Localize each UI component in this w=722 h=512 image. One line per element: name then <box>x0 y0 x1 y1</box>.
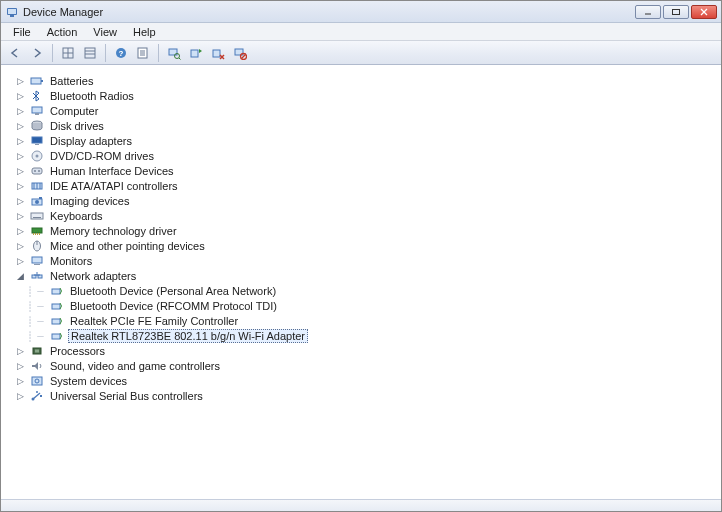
tree-node[interactable]: ▷Mice and other pointing devices <box>9 238 717 253</box>
toolbar-update-driver-button[interactable] <box>186 43 206 63</box>
tree-node-label: Monitors <box>48 255 94 267</box>
tree-node[interactable]: ▷Keyboards <box>9 208 717 223</box>
svg-rect-29 <box>31 78 41 84</box>
svg-rect-58 <box>32 257 42 263</box>
tree-node[interactable]: ▷Batteries <box>9 73 717 88</box>
toolbar-grid-b-button[interactable] <box>80 43 100 63</box>
expand-icon[interactable]: ▷ <box>15 135 26 146</box>
net-device-icon <box>49 314 65 328</box>
svg-text:?: ? <box>119 49 124 58</box>
tree-node-label: Bluetooth Radios <box>48 90 136 102</box>
expand-icon[interactable]: ▷ <box>15 120 26 131</box>
expand-icon[interactable]: ▷ <box>15 90 26 101</box>
expand-icon[interactable]: ▷ <box>15 165 26 176</box>
expand-icon[interactable]: ▷ <box>15 345 26 356</box>
properties-icon <box>136 46 150 60</box>
expand-icon[interactable]: ▷ <box>15 390 26 401</box>
maximize-button[interactable] <box>663 5 689 19</box>
window-controls <box>635 5 717 19</box>
svg-point-37 <box>36 154 39 157</box>
toolbar-scan-hardware-button[interactable] <box>164 43 184 63</box>
toolbar-help-button[interactable]: ? <box>111 43 131 63</box>
tree-node-label: Disk drives <box>48 120 106 132</box>
svg-rect-50 <box>33 217 41 218</box>
tree-node-label: Bluetooth Device (RFCOMM Protocol TDI) <box>68 300 279 312</box>
tree-node-label: Processors <box>48 345 107 357</box>
net-device-icon <box>49 299 65 313</box>
tree-node[interactable]: ┊─Realtek PCIe FE Family Controller <box>9 313 717 328</box>
collapse-icon[interactable]: ◢ <box>15 270 26 281</box>
menu-action[interactable]: Action <box>39 25 86 39</box>
expand-icon[interactable]: ▷ <box>15 180 26 191</box>
tree-node[interactable]: ▷Disk drives <box>9 118 717 133</box>
expand-icon[interactable]: ▷ <box>15 105 26 116</box>
toolbar-show-hidden-button[interactable] <box>58 43 78 63</box>
tree-node[interactable]: ▷Memory technology driver <box>9 223 717 238</box>
tree-node[interactable]: ◢Network adapters <box>9 268 717 283</box>
tree-node[interactable]: ▷Universal Serial Bus controllers <box>9 388 717 403</box>
close-button[interactable] <box>691 5 717 19</box>
optical-icon <box>29 149 45 163</box>
usb-icon <box>29 389 45 403</box>
menu-view[interactable]: View <box>85 25 125 39</box>
expand-icon[interactable]: ▷ <box>15 210 26 221</box>
toolbar-forward-button[interactable] <box>27 43 47 63</box>
sound-icon <box>29 359 45 373</box>
imaging-icon <box>29 194 45 208</box>
tree-node[interactable]: ▷DVD/CD-ROM drives <box>9 148 717 163</box>
expand-icon[interactable]: ▷ <box>15 75 26 86</box>
tree-node[interactable]: ┊─Bluetooth Device (RFCOMM Protocol TDI) <box>9 298 717 313</box>
system-icon <box>29 374 45 388</box>
svg-rect-1 <box>8 9 16 14</box>
expand-icon[interactable]: ▷ <box>15 255 26 266</box>
expand-icon[interactable]: ▷ <box>15 195 26 206</box>
expand-icon[interactable]: ▷ <box>15 240 26 251</box>
svg-rect-51 <box>32 228 42 233</box>
expand-icon[interactable]: ▷ <box>15 375 26 386</box>
tree-node[interactable]: ▷Display adapters <box>9 133 717 148</box>
back-icon <box>8 46 22 60</box>
svg-rect-55 <box>39 233 40 235</box>
tree-node[interactable]: ▷Imaging devices <box>9 193 717 208</box>
forward-icon <box>30 46 44 60</box>
menu-help[interactable]: Help <box>125 25 164 39</box>
tree-node-label: Realtek RTL8723BE 802.11 b/g/n Wi-Fi Ada… <box>68 329 308 343</box>
svg-rect-66 <box>52 319 60 324</box>
menu-file[interactable]: File <box>5 25 39 39</box>
tree-node[interactable]: ▷Human Interface Devices <box>9 163 717 178</box>
expand-icon[interactable]: ▷ <box>15 225 26 236</box>
tree-connector: ─ <box>35 300 46 311</box>
titlebar: Device Manager <box>1 1 721 23</box>
svg-point-39 <box>34 170 36 172</box>
toolbar-disable-button[interactable] <box>230 43 250 63</box>
svg-rect-53 <box>35 233 36 235</box>
tree-node[interactable]: ▷Bluetooth Radios <box>9 88 717 103</box>
toolbar-back-button[interactable] <box>5 43 25 63</box>
tree-node[interactable]: ▷Sound, video and game controllers <box>9 358 717 373</box>
toolbar-properties-button[interactable] <box>133 43 153 63</box>
minimize-button[interactable] <box>635 5 661 19</box>
tree-node[interactable]: ┊─Realtek RTL8723BE 802.11 b/g/n Wi-Fi A… <box>9 328 717 343</box>
tree-node[interactable]: ▷Monitors <box>9 253 717 268</box>
toolbar-separator <box>105 44 106 62</box>
svg-rect-35 <box>35 144 39 145</box>
net-device-icon <box>49 284 65 298</box>
toolbar-uninstall-button[interactable] <box>208 43 228 63</box>
grid-b-icon <box>83 46 97 60</box>
tree-node-label: Universal Serial Bus controllers <box>48 390 205 402</box>
expand-icon[interactable]: ▷ <box>15 150 26 161</box>
svg-rect-65 <box>52 304 60 309</box>
computer-icon <box>29 104 45 118</box>
tree-node[interactable]: ▷IDE ATA/ATAPI controllers <box>9 178 717 193</box>
uninstall-icon <box>211 46 225 60</box>
device-tree[interactable]: ▷Batteries▷Bluetooth Radios▷Computer▷Dis… <box>1 65 721 499</box>
network-icon <box>29 269 45 283</box>
cpu-icon <box>29 344 45 358</box>
tree-node[interactable]: ▷Processors <box>9 343 717 358</box>
expand-icon[interactable]: ▷ <box>15 360 26 371</box>
tree-node[interactable]: ▷System devices <box>9 373 717 388</box>
tree-node[interactable]: ▷Computer <box>9 103 717 118</box>
scan-hardware-icon <box>167 46 181 60</box>
tree-node[interactable]: ┊─Bluetooth Device (Personal Area Networ… <box>9 283 717 298</box>
svg-rect-2 <box>10 15 14 17</box>
